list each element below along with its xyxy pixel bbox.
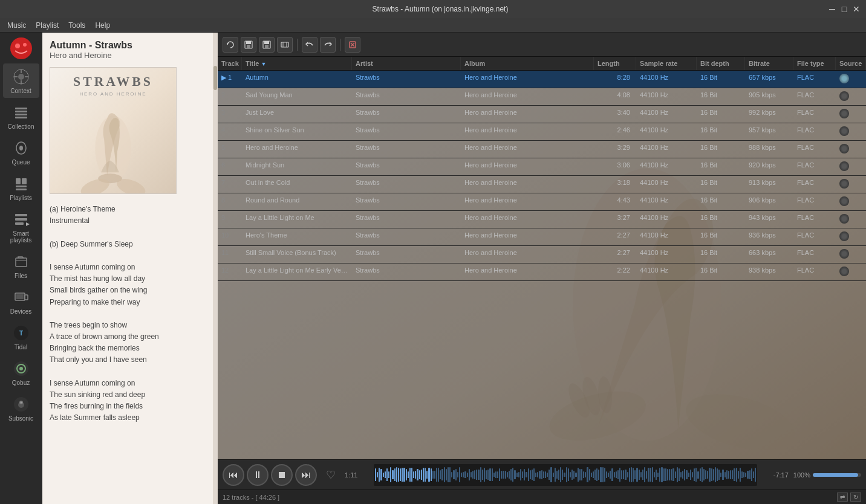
menu-playlist[interactable]: Playlist (31, 20, 63, 31)
svg-text:HERO AND HEROINE: HERO AND HEROINE (79, 91, 146, 97)
table-row[interactable]: 6 Midnight Sun Strawbs Hero and Heroine … (218, 158, 866, 176)
waveform-bar (648, 468, 649, 482)
favorite-button[interactable]: ♡ (322, 466, 340, 484)
window-title: Strawbs - Autumn (on jonas.in.jkvinge.ne… (53, 5, 827, 13)
waveform-bar (510, 469, 512, 480)
lyrics-line: (a) Heroine's Theme (50, 204, 210, 215)
waveform-bar (449, 467, 451, 482)
track-filetype: FLAC (793, 228, 836, 245)
waveform-bar (755, 468, 756, 482)
waveform-display[interactable] (374, 464, 757, 486)
track-artist: Strawbs (352, 141, 461, 158)
waveform-bar (394, 468, 396, 482)
view-button[interactable] (277, 37, 293, 53)
waveform-bar (441, 469, 443, 480)
subsonic-icon (11, 395, 31, 414)
table-row[interactable]: 12 Lay a Little Light on Me Early Ver (B… (218, 263, 866, 281)
track-artist: Strawbs (352, 106, 461, 123)
menu-music[interactable]: Music (2, 20, 31, 31)
waveform-bar (575, 473, 576, 477)
sidebar-item-files[interactable]: Files (3, 248, 39, 283)
track-bitrate: 657 kbps (745, 71, 793, 88)
waveform-bar (753, 471, 754, 478)
close-button[interactable]: ✕ (851, 4, 861, 14)
minimize-button[interactable]: ─ (827, 4, 837, 14)
redo-button[interactable] (320, 37, 336, 53)
playlists-label: Playlists (10, 195, 32, 201)
lyrics-line: The trees begin to show (50, 320, 210, 331)
waveform-bar (451, 472, 452, 477)
sidebar-item-devices[interactable]: Devices (3, 284, 39, 318)
track-source (836, 211, 866, 228)
table-row[interactable]: ▶ 1 Autumn Strawbs Hero and Heroine 8:28… (218, 71, 866, 88)
sidebar-item-context[interactable]: Context (3, 63, 39, 98)
prev-button[interactable]: ⏮ (223, 464, 244, 486)
waveform-bar (596, 468, 597, 481)
album-info: Autumn - Strawbs Hero and Heroine (42, 33, 218, 62)
undo-button[interactable] (302, 37, 317, 53)
stop-button[interactable]: ⏹ (271, 464, 293, 486)
table-row[interactable]: 4 Shine on Silver Sun Strawbs Hero and H… (218, 123, 866, 141)
waveform-bar (619, 468, 620, 481)
table-row[interactable]: 7 Out in the Cold Strawbs Hero and Heroi… (218, 176, 866, 193)
save-button[interactable] (241, 37, 256, 53)
table-row[interactable]: 10 Hero's Theme Strawbs Hero and Heroine… (218, 228, 866, 246)
table-row[interactable]: 2 Sad Young Man Strawbs Hero and Heroine… (218, 88, 866, 106)
waveform-bar (469, 469, 470, 480)
next-button[interactable]: ⏭ (295, 464, 317, 486)
table-row[interactable]: 11 Still Small Voice (Bonus Track) Straw… (218, 246, 866, 263)
track-bitrate: 663 kbps (745, 246, 793, 263)
clear-button[interactable] (345, 37, 360, 53)
waveform-bar (390, 467, 391, 482)
waveform-bar (656, 470, 657, 480)
track-samplerate: 44100 Hz (636, 106, 697, 123)
svg-point-14 (19, 146, 23, 150)
waveform-bar (589, 469, 590, 480)
track-count: 12 tracks - [ 44:26 ] (223, 494, 279, 501)
waveform-bar (740, 468, 741, 482)
maximize-button[interactable]: □ (839, 4, 849, 14)
track-number: ▶ 1 (218, 71, 242, 88)
track-samplerate: 44100 Hz (636, 176, 697, 193)
repeat-button[interactable]: ↻ (850, 493, 861, 502)
waveform-bar (463, 472, 464, 478)
refresh-button[interactable] (223, 37, 238, 53)
sidebar-item-tidal[interactable]: T Tidal (3, 320, 39, 354)
sidebar-item-qobuz[interactable]: Qobuz (3, 355, 39, 390)
sidebar-item-collection[interactable]: Collection (3, 99, 39, 134)
waveform-bar (652, 467, 653, 482)
shuffle-button[interactable]: ⇄ (837, 493, 848, 502)
disk-button[interactable] (259, 37, 275, 53)
track-artist: Strawbs (352, 88, 461, 105)
sidebar-item-subsonic[interactable]: Subsonic (3, 391, 39, 425)
volume-slider[interactable] (813, 473, 861, 477)
table-row[interactable]: 5 Hero and Heroine Strawbs Hero and Hero… (218, 141, 866, 158)
track-number: 7 (218, 176, 242, 193)
track-number: 11 (218, 246, 242, 263)
waveform-bar (705, 470, 706, 480)
track-bitdepth: 16 Bit (697, 211, 745, 228)
lyrics-scrollbar[interactable] (213, 33, 218, 504)
source-icon (839, 126, 849, 136)
pause-button[interactable]: ⏸ (247, 464, 269, 486)
sidebar-item-playlists[interactable]: Playlists (3, 170, 39, 205)
table-row[interactable]: 3 Just Love Strawbs Hero and Heroine 3:4… (218, 106, 866, 123)
waveform-bar (459, 467, 460, 482)
menu-tools[interactable]: Tools (63, 20, 90, 31)
lyrics-scroll-thumb[interactable] (213, 66, 217, 90)
waveform-bar (448, 467, 449, 482)
track-artist: Strawbs (352, 71, 461, 88)
waveform-bar (564, 473, 565, 477)
sidebar-item-queue[interactable]: Queue (3, 135, 39, 169)
svg-point-2 (23, 43, 27, 47)
track-bitrate: 913 kbps (745, 176, 793, 193)
svg-rect-11 (15, 114, 27, 115)
table-row[interactable]: 9 Lay a Little Light on Me Strawbs Hero … (218, 211, 866, 228)
track-artist: Strawbs (352, 263, 461, 280)
track-number: 8 (218, 193, 242, 210)
table-row[interactable]: 8 Round and Round Strawbs Hero and Heroi… (218, 193, 866, 211)
window-controls[interactable]: ─ □ ✕ (827, 4, 861, 14)
menu-help[interactable]: Help (90, 20, 115, 31)
waveform-bar (623, 470, 624, 480)
sidebar-item-smart-playlists[interactable]: Smart playlists (3, 206, 39, 247)
